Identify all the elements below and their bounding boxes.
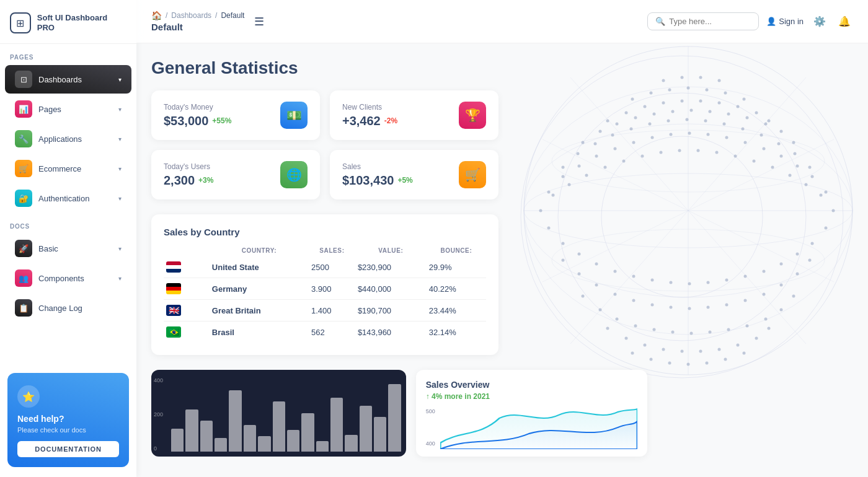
svg-point-51 <box>577 152 580 155</box>
svg-point-144 <box>792 295 795 298</box>
hamburger-button[interactable]: ☰ <box>252 12 267 31</box>
y-axis: 400 200 0 <box>151 370 171 457</box>
svg-point-148 <box>662 348 665 351</box>
svg-point-125 <box>707 306 710 309</box>
section-label-docs: DOCS <box>0 213 136 234</box>
stats-grid: Today's Money $53,000 +55% 💵 New Clients… <box>151 90 498 199</box>
flag-br: 🇧🇷 <box>166 326 181 338</box>
documentation-button[interactable]: DOCUMENTATION <box>17 441 119 457</box>
overview-sub: ↑ 4% more in 2021 <box>426 392 637 401</box>
svg-point-127 <box>744 299 747 302</box>
sidebar-item-basic[interactable]: 🚀 Basic ▾ <box>5 234 131 263</box>
sidebar-item-applications[interactable]: 🔧 Applications ▾ <box>5 125 131 153</box>
svg-point-142 <box>764 318 768 321</box>
notifications-button[interactable]: 🔔 <box>836 13 853 30</box>
stat-card-left: New Clients +3,462 -2% <box>342 103 397 128</box>
country-name-br: Brasil <box>212 328 234 337</box>
svg-point-44 <box>709 110 712 113</box>
col-header-value: Value: <box>355 247 427 256</box>
globe-decoration: /* dots generated below */ <box>496 43 868 415</box>
svg-point-82 <box>539 209 542 212</box>
sales-overview-card: Sales Overview ↑ 4% more in 2021 500 400 <box>416 370 647 457</box>
sidebar-item-authentication[interactable]: 🔐 Authentication ▾ <box>5 184 131 212</box>
sidebar-item-components[interactable]: 👥 Components ▾ <box>5 264 131 292</box>
svg-point-85 <box>585 174 588 177</box>
sidebar-item-dashboards[interactable]: ⊡ Dashboards ▾ <box>5 65 131 94</box>
breadcrumb-link-dashboards[interactable]: Dashboards <box>171 11 211 20</box>
svg-point-107 <box>670 281 673 284</box>
svg-point-31 <box>681 100 684 103</box>
svg-point-143 <box>780 309 783 312</box>
breadcrumb-title: Default <box>151 22 244 32</box>
svg-point-116 <box>825 227 828 230</box>
svg-point-9 <box>552 229 825 291</box>
chart-bar <box>345 435 357 452</box>
arrow-icon: ▾ <box>118 245 122 252</box>
chart-bar <box>301 413 314 452</box>
chart-bar <box>215 438 227 452</box>
table-row: Germany 3.900 $440,000 40.22% <box>164 278 486 299</box>
breadcrumb-sep2: / <box>215 11 217 20</box>
svg-point-113 <box>780 263 783 266</box>
svg-line-12 <box>570 77 806 344</box>
svg-point-88 <box>641 155 644 158</box>
stat-icon-money: 💵 <box>280 102 308 129</box>
sidebar-item-label: Pages <box>38 105 112 114</box>
svg-point-150 <box>699 350 702 353</box>
stat-card-clients: New Clients +3,462 -2% 🏆 <box>330 90 498 140</box>
y-label-500: 500 <box>426 408 435 414</box>
search-box[interactable]: 🔍 <box>647 12 759 30</box>
stat-change-users: +3% <box>198 176 213 185</box>
svg-point-72 <box>670 133 673 136</box>
stat-change-clients: -2% <box>384 116 397 125</box>
svg-point-0 <box>521 56 843 378</box>
country-sales-de: 3.900 <box>311 284 332 294</box>
svg-point-130 <box>796 273 799 276</box>
components-icon: 👥 <box>15 269 32 287</box>
search-input[interactable] <box>669 17 750 26</box>
content-area: /* dots generated below */ <box>136 43 868 477</box>
svg-point-159 <box>706 362 709 365</box>
col-header-bounce: Bounce: <box>427 247 486 256</box>
settings-button[interactable]: ⚙️ <box>811 13 828 30</box>
svg-point-121 <box>632 299 636 302</box>
svg-point-108 <box>688 282 691 286</box>
svg-point-76 <box>744 141 747 144</box>
sidebar-item-pages[interactable]: 📊 Pages ▾ <box>5 95 131 123</box>
arrow-icon: ▾ <box>118 76 122 83</box>
svg-point-79 <box>796 165 799 168</box>
svg-point-145 <box>606 327 609 330</box>
svg-point-16 <box>662 79 665 82</box>
svg-point-57 <box>686 118 689 121</box>
logo-text: Soft UI Dashboard PRO <box>37 13 126 32</box>
svg-point-58 <box>704 120 707 123</box>
svg-point-43 <box>690 109 693 112</box>
svg-point-5 <box>524 173 852 248</box>
svg-point-73 <box>688 132 691 135</box>
signin-button[interactable]: 👤 Sign in <box>766 17 804 26</box>
svg-point-128 <box>763 293 766 296</box>
breadcrumb-sep1: / <box>166 11 167 20</box>
svg-point-84 <box>568 183 571 186</box>
svg-point-23 <box>687 87 690 90</box>
stat-amount-money: $53,000 <box>164 114 208 128</box>
svg-point-160 <box>724 358 727 361</box>
chart-bar <box>171 429 184 452</box>
stat-change-sales: +5% <box>397 176 412 185</box>
svg-point-3 <box>524 46 852 375</box>
svg-point-37 <box>582 141 585 144</box>
chart-bar <box>273 401 285 452</box>
country-name-gb: Great Britain <box>212 306 261 315</box>
svg-point-131 <box>808 259 812 262</box>
country-bounce-us: 29.9% <box>429 263 452 272</box>
table-row: 🇧🇷 Brasil 562 $143,960 32.14% <box>164 322 486 343</box>
svg-point-33 <box>718 102 721 105</box>
stat-card-money: Today's Money $53,000 +55% 💵 <box>151 90 320 140</box>
sidebar-item-label: Applications <box>38 134 112 144</box>
sidebar-item-changelog[interactable]: 📋 Change Log <box>5 294 131 322</box>
chart-bar <box>374 417 386 452</box>
svg-point-94 <box>753 160 756 163</box>
sidebar-item-ecommerce[interactable]: 🛒 Ecommerce ▾ <box>5 154 131 183</box>
svg-point-28 <box>625 112 628 115</box>
svg-point-99 <box>832 209 835 212</box>
